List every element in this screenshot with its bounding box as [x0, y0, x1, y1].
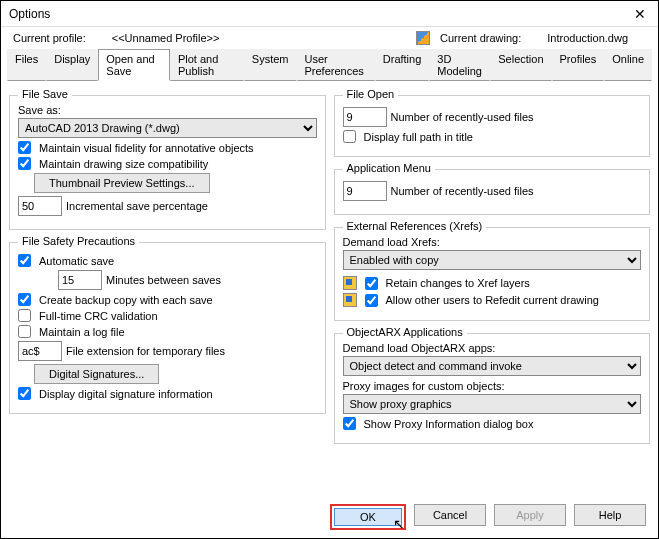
group-title: External References (Xrefs) — [343, 220, 487, 232]
signatures-button[interactable]: Digital Signatures... — [34, 364, 159, 384]
close-icon[interactable]: ✕ — [630, 6, 650, 22]
button-bar: OK Cancel Apply Help — [330, 504, 646, 530]
window-title: Options — [9, 7, 630, 21]
group-file-open: File Open Number of recently-used files … — [334, 95, 651, 157]
apply-button[interactable]: Apply — [494, 504, 566, 526]
retain-xref-checkbox[interactable] — [365, 277, 378, 290]
crc-label: Full-time CRC validation — [39, 310, 158, 322]
xref-icon — [343, 276, 357, 290]
dwg-icon — [416, 31, 430, 45]
tab-online[interactable]: Online — [604, 49, 652, 81]
backup-checkbox[interactable] — [18, 293, 31, 306]
minutes-label: Minutes between saves — [106, 274, 221, 286]
minutes-input[interactable] — [58, 270, 102, 290]
titlebar: Options ✕ — [1, 1, 658, 27]
group-app-menu: Application Menu Number of recently-used… — [334, 169, 651, 215]
tab-selection[interactable]: Selection — [490, 49, 551, 81]
group-objectarx: ObjectARX Applications Demand load Objec… — [334, 333, 651, 444]
current-profile-label: Current profile: — [13, 32, 86, 44]
auto-save-label: Automatic save — [39, 255, 114, 267]
backup-label: Create backup copy with each save — [39, 294, 213, 306]
maintain-size-checkbox[interactable] — [18, 157, 31, 170]
ok-button[interactable]: OK — [334, 508, 402, 526]
group-file-safety: File Safety Precautions Automatic save M… — [9, 242, 326, 414]
maintain-visual-checkbox[interactable] — [18, 141, 31, 154]
show-proxy-label: Show Proxy Information dialog box — [364, 418, 534, 430]
allow-refedit-label: Allow other users to Refedit current dra… — [386, 294, 599, 306]
content: File Save Save as: AutoCAD 2013 Drawing … — [1, 81, 658, 452]
recent-files-label: Number of recently-used files — [391, 111, 534, 123]
incremental-label: Incremental save percentage — [66, 200, 208, 212]
tab-3d-modeling[interactable]: 3D Modeling — [429, 49, 490, 81]
proxy-images-label: Proxy images for custom objects: — [343, 380, 642, 392]
incremental-input[interactable] — [18, 196, 62, 216]
group-file-save: File Save Save as: AutoCAD 2013 Drawing … — [9, 95, 326, 230]
save-as-select[interactable]: AutoCAD 2013 Drawing (*.dwg) — [18, 118, 317, 138]
auto-save-checkbox[interactable] — [18, 254, 31, 267]
cancel-button[interactable]: Cancel — [414, 504, 486, 526]
tab-files[interactable]: Files — [7, 49, 46, 81]
appmenu-recent-label: Number of recently-used files — [391, 185, 534, 197]
tab-profiles[interactable]: Profiles — [552, 49, 605, 81]
group-xrefs: External References (Xrefs) Demand load … — [334, 227, 651, 321]
full-path-label: Display full path in title — [364, 131, 473, 143]
tab-drafting[interactable]: Drafting — [375, 49, 430, 81]
display-sig-checkbox[interactable] — [18, 387, 31, 400]
allow-refedit-checkbox[interactable] — [365, 294, 378, 307]
logfile-checkbox[interactable] — [18, 325, 31, 338]
group-title: File Safety Precautions — [18, 235, 139, 247]
current-drawing-value: Introduction.dwg — [529, 32, 646, 44]
display-sig-label: Display digital signature information — [39, 388, 213, 400]
appmenu-recent-input[interactable] — [343, 181, 387, 201]
xref-icon — [343, 293, 357, 307]
retain-xref-label: Retain changes to Xref layers — [386, 277, 530, 289]
full-path-checkbox[interactable] — [343, 130, 356, 143]
save-as-label: Save as: — [18, 104, 317, 116]
ext-label: File extension for temporary files — [66, 345, 225, 357]
tab-plot-and-publish[interactable]: Plot and Publish — [170, 49, 244, 81]
profile-row: Current profile: <<Unnamed Profile>> Cur… — [1, 27, 658, 49]
current-profile-value: <<Unnamed Profile>> — [94, 32, 238, 44]
group-title: Application Menu — [343, 162, 435, 174]
tab-system[interactable]: System — [244, 49, 297, 81]
current-drawing-label: Current drawing: — [440, 32, 521, 44]
thumbnail-button[interactable]: Thumbnail Preview Settings... — [34, 173, 210, 193]
crc-checkbox[interactable] — [18, 309, 31, 322]
logfile-label: Maintain a log file — [39, 326, 125, 338]
recent-files-input[interactable] — [343, 107, 387, 127]
show-proxy-checkbox[interactable] — [343, 417, 356, 430]
tab-open-and-save[interactable]: Open and Save — [98, 49, 170, 81]
demand-xrefs-label: Demand load Xrefs: — [343, 236, 642, 248]
tab-strip: FilesDisplayOpen and SavePlot and Publis… — [7, 49, 652, 81]
maintain-visual-label: Maintain visual fidelity for annotative … — [39, 142, 254, 154]
demand-arx-select[interactable]: Object detect and command invoke — [343, 356, 642, 376]
group-title: ObjectARX Applications — [343, 326, 467, 338]
demand-xrefs-select[interactable]: Enabled with copy — [343, 250, 642, 270]
tab-display[interactable]: Display — [46, 49, 98, 81]
maintain-size-label: Maintain drawing size compatibility — [39, 158, 208, 170]
group-title: File Open — [343, 88, 399, 100]
help-button[interactable]: Help — [574, 504, 646, 526]
demand-arx-label: Demand load ObjectARX apps: — [343, 342, 642, 354]
ok-highlight: OK — [330, 504, 406, 530]
ext-input[interactable] — [18, 341, 62, 361]
group-title: File Save — [18, 88, 72, 100]
proxy-images-select[interactable]: Show proxy graphics — [343, 394, 642, 414]
tab-user-preferences[interactable]: User Preferences — [297, 49, 375, 81]
